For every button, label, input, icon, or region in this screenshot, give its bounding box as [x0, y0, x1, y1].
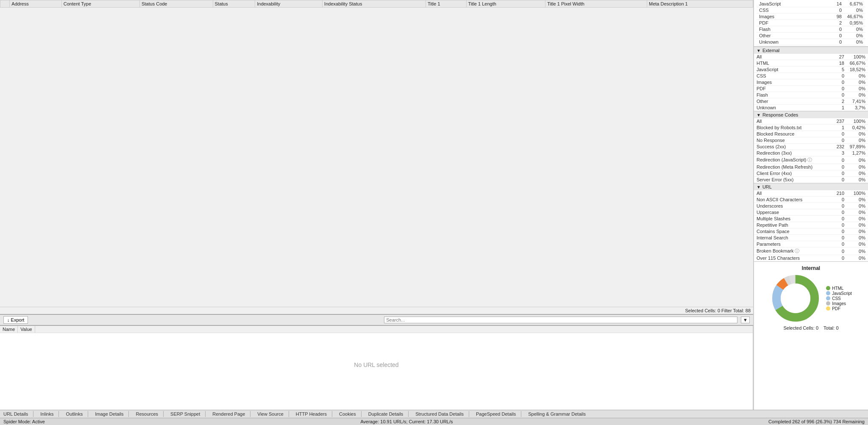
- url-uppercase-row[interactable]: Uppercase 0 0%: [754, 209, 868, 216]
- status-bar: Spider Mode: Active Average: 10.91 URL/s…: [0, 418, 868, 425]
- url-section-header[interactable]: ▼ URL: [754, 183, 868, 190]
- top-section: Address Content Type Status Code Status …: [0, 0, 868, 410]
- response-codes-title: Response Codes: [762, 112, 798, 117]
- tab-inlinks[interactable]: Inlinks: [39, 411, 59, 417]
- ext-html-row[interactable]: HTML 18 66,67%: [754, 60, 868, 67]
- url-over115-row[interactable]: Over 115 Characters 0 0%: [754, 255, 868, 261]
- search-dropdown-icon[interactable]: ▼: [741, 317, 750, 323]
- external-section-title: External: [762, 48, 779, 53]
- right-panel: JavaScript 14 6,67% CSS 0 0% Images 98 4…: [754, 0, 868, 410]
- chart-title: Internal: [802, 265, 820, 271]
- url-non-ascii-row[interactable]: Non ASCII Characters 0 0%: [754, 197, 868, 203]
- url-underscores-row[interactable]: Underscores 0 0%: [754, 203, 868, 209]
- col-header-status[interactable]: Status: [213, 0, 255, 8]
- tab-serp-snippet[interactable]: SERP Snippet: [169, 411, 206, 417]
- ext-pdf-row[interactable]: PDF 0 0%: [754, 86, 868, 92]
- url-broken-bookmark-row[interactable]: Broken Bookmark ⓘ 0 0%: [754, 247, 868, 255]
- col-header-status-code[interactable]: Status Code: [139, 0, 213, 8]
- rc-all-row[interactable]: All 237 100%: [754, 118, 868, 125]
- ext-flash-row[interactable]: Flash 0 0%: [754, 92, 868, 98]
- external-section-header[interactable]: ▼ External: [754, 47, 868, 54]
- col-header-title1[interactable]: Title 1: [426, 0, 466, 8]
- rc-client-error-row[interactable]: Client Error (4xx) 0 0%: [754, 170, 868, 177]
- tab-url-details[interactable]: URL Details: [2, 411, 33, 417]
- tab-structured-data-details[interactable]: Structured Data Details: [414, 411, 469, 417]
- col-header-indexability[interactable]: Indexability: [255, 0, 323, 8]
- ext-js-row[interactable]: JavaScript 5 18,52%: [754, 67, 868, 73]
- legend-html: HTML: [826, 286, 852, 291]
- ext-css-row[interactable]: CSS 0 0%: [754, 73, 868, 79]
- rc-redirect-js-row[interactable]: Redirection (JavaScript) ⓘ 0 0%: [754, 156, 868, 164]
- col-header-address[interactable]: Address: [10, 0, 61, 8]
- ext-images-row[interactable]: Images 0 0%: [754, 79, 868, 86]
- main-table: Address Content Type Status Code Status …: [0, 0, 753, 8]
- chart-footer: Selected Cells: 0 Total: 0: [783, 325, 838, 331]
- rc-blocked-resource-row[interactable]: Blocked Resource 0 0%: [754, 131, 868, 137]
- col-header-title1-len[interactable]: Title 1 Length: [466, 0, 545, 8]
- tab-rendered-page[interactable]: Rendered Page: [211, 411, 250, 417]
- url-contains-space-row[interactable]: Contains Space 0 0%: [754, 228, 868, 235]
- js-color-dot: [826, 291, 830, 295]
- table-wrapper[interactable]: Address Content Type Status Code Status …: [0, 0, 753, 307]
- external-section: ▼ External All 27 100% HTML 18 66,67% Ja…: [754, 47, 868, 111]
- legend-pdf: PDF: [826, 306, 852, 311]
- legend-javascript: JavaScript: [826, 291, 852, 296]
- images-color-dot: [826, 301, 830, 306]
- response-codes-arrow: ▼: [757, 113, 761, 117]
- tab-spelling-&-grammar-details[interactable]: Spelling & Grammar Details: [526, 411, 587, 417]
- url-parameters-row[interactable]: Parameters 0 0%: [754, 241, 868, 247]
- rc-redirect-meta-row[interactable]: Redirection (Meta Refresh) 0 0%: [754, 164, 868, 170]
- ext-all-row[interactable]: All 27 100%: [754, 54, 868, 60]
- ct-other-row[interactable]: Other 0 0%: [757, 33, 865, 39]
- response-codes-section: ▼ Response Codes All 237 100% Blocked by…: [754, 111, 868, 183]
- ct-javascript-row[interactable]: JavaScript 14 6,67%: [757, 1, 865, 7]
- col-header-meta-desc[interactable]: Meta Description 1: [647, 0, 753, 8]
- url-repetitive-path-row[interactable]: Repetitive Path 0 0%: [754, 222, 868, 228]
- ct-flash-row[interactable]: Flash 0 0%: [757, 26, 865, 33]
- details-columns: Name Value: [0, 326, 753, 333]
- main-container: Address Content Type Status Code Status …: [0, 0, 868, 425]
- tab-duplicate-details[interactable]: Duplicate Details: [367, 411, 409, 417]
- url-section-arrow: ▼: [757, 185, 761, 189]
- url-section: ▼ URL All 210 100% Non ASCII Characters …: [754, 183, 868, 262]
- search-input[interactable]: [384, 317, 737, 323]
- chart-total: Total: 0: [823, 325, 838, 331]
- ct-unknown-row[interactable]: Unknown 0 0%: [757, 39, 865, 45]
- response-codes-header[interactable]: ▼ Response Codes: [754, 111, 868, 118]
- export-button[interactable]: ↓ Export: [3, 316, 28, 324]
- url-multiple-slashes-row[interactable]: Multiple Slashes 0 0%: [754, 216, 868, 222]
- col-header-title1-px[interactable]: Title 1 Pixel Width: [545, 0, 647, 8]
- details-col-name: Name: [0, 326, 18, 333]
- ext-other-row[interactable]: Other 2 7,41%: [754, 98, 868, 105]
- col-header-indexability-status[interactable]: Indexability Status: [323, 0, 426, 8]
- tab-http-headers[interactable]: HTTP Headers: [294, 411, 332, 417]
- url-all-row[interactable]: All 210 100%: [754, 190, 868, 197]
- url-internal-search-row[interactable]: Internal Search 0 0%: [754, 235, 868, 241]
- col-header-num[interactable]: [0, 0, 10, 8]
- tab-cookies[interactable]: Cookies: [337, 411, 362, 417]
- tab-resources[interactable]: Resources: [134, 411, 164, 417]
- ct-pdf-row[interactable]: PDF 2 0,95%: [757, 20, 865, 26]
- ct-css-row[interactable]: CSS 0 0%: [757, 7, 865, 14]
- details-section: Name Value No URL selected: [0, 325, 753, 410]
- tab-view-source[interactable]: View Source: [256, 411, 289, 417]
- tab-pagespeed-details[interactable]: PageSpeed Details: [474, 411, 521, 417]
- status-center: Average: 10.91 URL/s; Current: 17.30 URL…: [360, 419, 453, 424]
- url-section-title: URL: [762, 184, 772, 189]
- rc-success-row[interactable]: Success (2xx) 232 97,89%: [754, 144, 868, 150]
- ct-images-row[interactable]: Images 98 46,67%: [757, 14, 865, 20]
- export-bar: ↓ Export ▼: [0, 314, 753, 325]
- rc-redirect3xx-row[interactable]: Redirection (3xx) 3 1,27%: [754, 150, 868, 156]
- rc-server-error-row[interactable]: Server Error (5xx) 0 0%: [754, 177, 868, 183]
- rc-no-response-row[interactable]: No Response 0 0%: [754, 137, 868, 144]
- tabs-bar: URL DetailsInlinksOutlinksImage DetailsR…: [0, 410, 868, 418]
- chart-selected-cells: Selected Cells: 0: [783, 325, 818, 331]
- ext-unknown-row[interactable]: Unknown 1 3,7%: [754, 105, 868, 111]
- details-col-value: Value: [18, 326, 35, 333]
- col-header-content-type[interactable]: Content Type: [61, 0, 139, 8]
- svg-point-5: [781, 283, 810, 313]
- tab-outlinks[interactable]: Outlinks: [64, 411, 88, 417]
- table-footer: Selected Cells: 0 Filter Total: 88: [0, 307, 753, 314]
- tab-image-details[interactable]: Image Details: [93, 411, 129, 417]
- rc-robots-row[interactable]: Blocked by Robots.txt 1 0,42%: [754, 125, 868, 131]
